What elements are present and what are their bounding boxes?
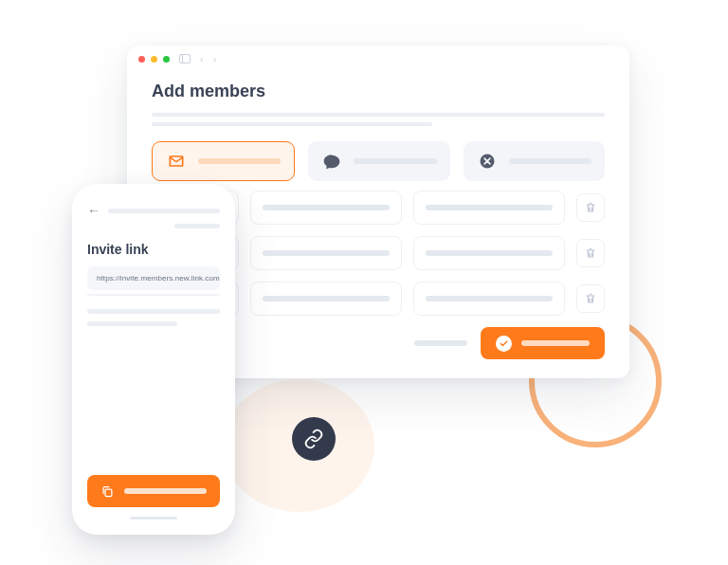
- tab-chat[interactable]: [308, 141, 449, 181]
- copy-icon: [100, 484, 115, 499]
- nav-back-icon[interactable]: ‹: [200, 54, 204, 64]
- tab-label-placeholder: [198, 158, 281, 164]
- confirm-label-placeholder: [521, 340, 590, 346]
- tab-label-placeholder: [509, 158, 592, 164]
- secondary-action-placeholder[interactable]: [414, 340, 467, 346]
- tab-cancel[interactable]: [464, 141, 605, 181]
- row-input[interactable]: [250, 236, 402, 270]
- check-icon: [496, 336, 512, 352]
- zoom-dot[interactable]: [163, 56, 170, 63]
- delete-row-button[interactable]: [576, 239, 605, 267]
- minimize-dot[interactable]: [151, 56, 157, 63]
- back-icon[interactable]: ←: [87, 203, 100, 218]
- placeholder-line: [152, 122, 432, 126]
- row-input[interactable]: [413, 282, 565, 316]
- window-titlebar: ‹ ›: [127, 46, 629, 72]
- field-underline: [87, 294, 220, 296]
- chat-icon: [321, 151, 342, 172]
- copy-link-button[interactable]: [87, 475, 220, 507]
- tab-label-placeholder: [354, 158, 436, 164]
- header-placeholder: [108, 209, 220, 213]
- header-placeholder: [174, 224, 220, 228]
- confirm-button[interactable]: [481, 327, 605, 359]
- copy-label-placeholder: [124, 488, 207, 494]
- home-indicator: [130, 517, 177, 519]
- cancel-icon: [477, 151, 498, 172]
- delete-row-button[interactable]: [576, 284, 605, 313]
- link-badge: [292, 417, 336, 461]
- link-icon: [303, 428, 324, 449]
- close-dot[interactable]: [138, 56, 145, 63]
- placeholder-line: [87, 309, 220, 314]
- row-input[interactable]: [250, 282, 402, 316]
- invite-method-tabs: [152, 141, 605, 181]
- row-input[interactable]: [413, 236, 565, 270]
- svg-rect-1: [105, 489, 112, 497]
- delete-row-button[interactable]: [576, 193, 605, 222]
- nav-forward-icon[interactable]: ›: [213, 54, 217, 64]
- phone-title: Invite link: [87, 242, 220, 257]
- phone-mock: ← Invite link https://invite.members.new…: [72, 184, 235, 535]
- placeholder-line: [152, 113, 605, 117]
- tab-email[interactable]: [152, 141, 295, 181]
- sidebar-toggle-icon[interactable]: [179, 54, 191, 64]
- page-title: Add members: [152, 82, 605, 101]
- row-input[interactable]: [250, 191, 402, 225]
- row-input[interactable]: [413, 191, 565, 225]
- mail-icon: [166, 151, 187, 172]
- invite-link-field[interactable]: https://invite.members.new.link.com: [87, 266, 220, 290]
